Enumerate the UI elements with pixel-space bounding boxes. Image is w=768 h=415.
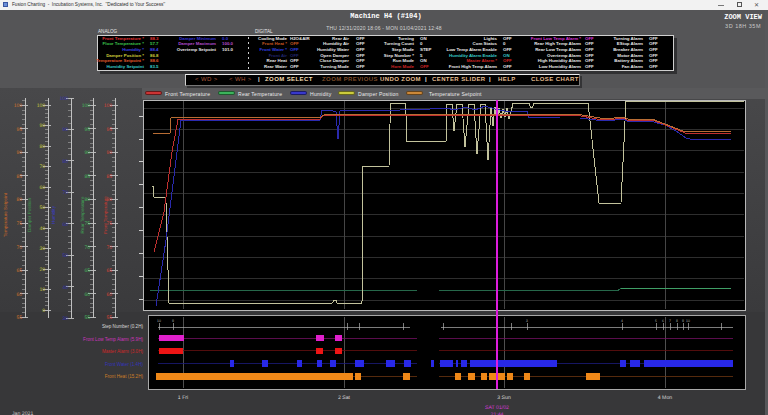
svg-text:80: 80 — [39, 144, 45, 150]
svg-text:3 Sun: 3 Sun — [497, 395, 511, 401]
svg-text:55: 55 — [106, 315, 112, 321]
svg-text:Rear Temperature: Rear Temperature — [80, 196, 85, 233]
svg-text:100: 100 — [104, 103, 113, 109]
svg-text:100: 100 — [82, 103, 91, 109]
svg-text:10: 10 — [157, 319, 161, 323]
svg-text:8: 8 — [676, 319, 678, 323]
svg-text:5: 5 — [655, 319, 657, 323]
svg-text:Jan 2021: Jan 2021 — [12, 411, 33, 415]
svg-text:Humidity: Humidity — [51, 205, 56, 224]
svg-text:30: 30 — [62, 316, 68, 322]
svg-text:4: 4 — [621, 319, 623, 323]
svg-text:85: 85 — [16, 174, 22, 180]
svg-text:65: 65 — [84, 268, 90, 274]
svg-text:85: 85 — [84, 174, 90, 180]
svg-text:100: 100 — [14, 103, 23, 109]
svg-text:1 Fri: 1 Fri — [178, 395, 188, 401]
svg-text:2 Sat: 2 Sat — [338, 395, 351, 401]
svg-text:70: 70 — [39, 164, 45, 170]
svg-text:65: 65 — [16, 268, 22, 274]
svg-text:90: 90 — [84, 150, 90, 156]
svg-text:60: 60 — [39, 185, 45, 191]
svg-text:40: 40 — [39, 226, 45, 232]
svg-text:65: 65 — [106, 268, 112, 274]
svg-text:Temperature Setpoint: Temperature Setpoint — [3, 192, 8, 237]
svg-text:95: 95 — [84, 127, 90, 133]
svg-text:SAT 01/02: SAT 01/02 — [485, 405, 509, 411]
svg-text:70: 70 — [84, 245, 90, 251]
svg-text:70: 70 — [16, 245, 22, 251]
svg-text:9: 9 — [172, 319, 174, 323]
svg-text:21:44: 21:44 — [491, 412, 504, 415]
svg-text:7: 7 — [669, 319, 671, 323]
svg-text:90: 90 — [62, 127, 68, 133]
svg-text:55: 55 — [16, 315, 22, 321]
svg-text:95: 95 — [16, 127, 22, 133]
svg-text:55: 55 — [84, 315, 90, 321]
svg-text:10: 10 — [686, 319, 690, 323]
svg-text:95: 95 — [106, 127, 112, 133]
svg-text:6: 6 — [662, 319, 664, 323]
svg-text:90: 90 — [39, 123, 45, 129]
svg-text:80: 80 — [84, 197, 90, 203]
svg-text:50: 50 — [39, 205, 45, 211]
svg-text:Front Temperature: Front Temperature — [103, 196, 108, 234]
svg-text:60: 60 — [106, 292, 112, 298]
svg-text:70: 70 — [62, 190, 68, 196]
svg-text:60: 60 — [84, 292, 90, 298]
svg-text:9: 9 — [682, 319, 684, 323]
svg-text:20: 20 — [39, 267, 45, 273]
svg-text:4 Mon: 4 Mon — [658, 395, 673, 401]
svg-text:75: 75 — [84, 221, 90, 227]
svg-text:100: 100 — [37, 103, 46, 109]
svg-text:90: 90 — [106, 150, 112, 156]
svg-text:85: 85 — [106, 174, 112, 180]
svg-text:80: 80 — [16, 197, 22, 203]
svg-text:30: 30 — [39, 246, 45, 252]
svg-text:80: 80 — [62, 159, 68, 165]
svg-text:50: 50 — [62, 253, 68, 259]
svg-text:100: 100 — [60, 96, 69, 102]
svg-text:60: 60 — [62, 222, 68, 228]
svg-text:3: 3 — [526, 319, 528, 323]
svg-text:75: 75 — [16, 221, 22, 227]
svg-text:0: 0 — [42, 308, 45, 314]
svg-text:70: 70 — [106, 245, 112, 251]
svg-text:90: 90 — [16, 150, 22, 156]
svg-text:40: 40 — [62, 285, 68, 291]
svg-text:60: 60 — [16, 292, 22, 298]
svg-text:Damper Position: Damper Position — [27, 198, 32, 232]
svg-text:10: 10 — [39, 287, 45, 293]
